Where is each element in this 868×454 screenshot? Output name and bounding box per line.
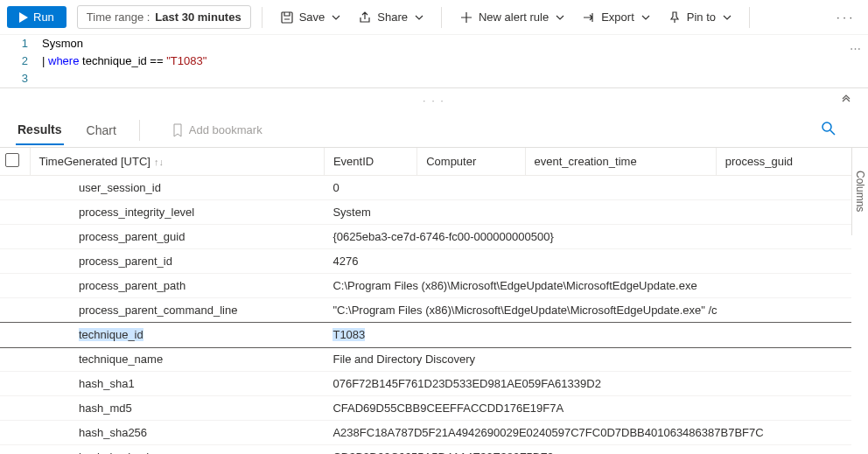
field-name: process_parent_command_line [0,298,324,323]
chevron-down-icon [556,13,564,22]
save-button[interactable]: Save [273,6,348,29]
sort-icon: ↑↓ [154,157,164,167]
share-icon [358,10,372,24]
tab-chart[interactable]: Chart [85,116,118,144]
field-value: 0 [324,176,851,200]
line-number: 2 [0,52,37,70]
svg-rect-0 [282,12,292,23]
export-icon [582,10,596,24]
export-button[interactable]: Export [575,6,657,29]
separator [441,7,442,28]
field-value: System [324,200,851,225]
field-name: hash_sha256 [0,421,324,445]
detail-row[interactable]: process_parent_guid{0625eba3-ce7d-6746-f… [0,225,851,249]
pin-label: Pin to [687,10,716,24]
plus-icon [459,10,473,24]
line-number: 3 [0,70,37,87]
table-header-row: TimeGenerated [UTC]↑↓ EventID Computer e… [0,148,851,176]
field-value: File and Directory Discovery [324,347,851,372]
select-all-checkbox[interactable] [0,148,30,176]
detail-row[interactable]: process_parent_command_line"C:\Program F… [0,298,851,323]
pin-button[interactable]: Pin to [661,6,738,29]
results-table: TimeGenerated [UTC]↑↓ EventID Computer e… [0,148,851,454]
field-value: 4276 [324,249,851,274]
collapse-up-icon[interactable] [840,94,852,108]
detail-row[interactable]: process_integrity_levelSystem [0,200,851,225]
field-name: technique_id [0,323,324,347]
results-table-wrapper: TimeGenerated [UTC]↑↓ EventID Computer e… [0,148,868,454]
more-button[interactable]: · · · [828,6,861,28]
field-name: process_parent_guid [0,225,324,249]
run-label: Run [33,10,54,24]
field-value: {0625eba3-ce7d-6746-fc00-000000000500} [324,225,851,249]
detail-row[interactable]: process_parent_pathC:\Program Files (x86… [0,274,851,298]
bookmark-icon [172,123,184,137]
toolbar: Run Time range : Last 30 minutes Save Sh… [0,0,868,35]
time-range-picker[interactable]: Time range : Last 30 minutes [77,5,251,29]
time-range-value: Last 30 minutes [155,10,241,24]
code-line[interactable] [37,70,42,87]
query-editor[interactable]: 1Sysmon2| where technique_id == "T1083"3… [0,35,868,88]
line-number: 1 [0,35,37,52]
add-bookmark-button[interactable]: Add bookmark [172,123,262,137]
share-label: Share [377,10,408,24]
field-value: T1083 [324,323,851,347]
search-button[interactable] [821,121,836,139]
run-button[interactable]: Run [7,6,66,28]
checkbox-icon [5,153,19,167]
time-range-label: Time range : [87,10,150,24]
play-icon [19,12,28,23]
chevron-down-icon [723,13,732,22]
col-computer[interactable]: Computer [417,148,525,176]
detail-row[interactable]: technique_idT1083 [0,323,851,347]
pane-resize-handle[interactable]: · · · [0,88,868,113]
separator [139,120,140,141]
new-alert-button[interactable]: New alert rule [452,6,571,29]
field-value: CD3B2D99C6655A5D4A14E30E380F5BF9 [324,445,851,455]
code-line[interactable]: | where technique_id == "T1083" [37,52,206,70]
field-name: hash_imphash [0,445,324,455]
field-value: 076F72B145F761D23D533ED981AE059FA61339D2 [324,372,851,396]
field-value: "C:\Program Files (x86)\Microsoft\EdgeUp… [324,298,851,323]
detail-row[interactable]: hash_imphashCD3B2D99C6655A5D4A14E30E380F… [0,445,851,455]
detail-row[interactable]: hash_sha1076F72B145F761D23D533ED981AE059… [0,372,851,396]
field-name: user_session_id [0,176,324,200]
results-scroll[interactable]: TimeGenerated [UTC]↑↓ EventID Computer e… [0,148,851,454]
save-label: Save [299,10,326,24]
results-tabs: Results Chart Add bookmark [0,113,868,148]
field-value: A238FC18A787D5F21A4942690029E0240597C7FC… [324,421,851,445]
detail-row[interactable]: technique_nameFile and Directory Discove… [0,347,851,372]
field-name: process_parent_id [0,249,324,274]
tab-results[interactable]: Results [16,115,64,145]
svg-point-1 [822,122,831,131]
code-line[interactable]: Sysmon [37,35,83,52]
search-icon [821,121,836,136]
col-event-creation-time[interactable]: event_creation_time [525,148,716,176]
col-eventid[interactable]: EventID [324,148,416,176]
share-button[interactable]: Share [351,6,430,29]
save-icon [280,10,294,24]
field-name: technique_name [0,347,324,372]
detail-row[interactable]: process_parent_id4276 [0,249,851,274]
chevron-down-icon [332,13,340,22]
editor-overflow-icon: ⋯ [847,40,863,56]
new-alert-label: New alert rule [479,10,549,24]
detail-row[interactable]: hash_md5CFAD69D55CBB9CEEFFACCDD176E19F7A [0,396,851,421]
col-timegenerated[interactable]: TimeGenerated [UTC]↑↓ [30,148,324,176]
col-process-guid[interactable]: process_guid [716,148,851,176]
pin-icon [668,10,682,24]
field-value: C:\Program Files (x86)\Microsoft\EdgeUpd… [324,274,851,298]
field-name: process_parent_path [0,274,324,298]
export-label: Export [601,10,634,24]
field-name: hash_sha1 [0,372,324,396]
separator [262,7,262,28]
detail-row[interactable]: user_session_id0 [0,176,851,200]
chevron-down-icon [641,13,650,22]
add-bookmark-label: Add bookmark [189,123,262,136]
chevron-down-icon [415,13,424,22]
field-name: process_integrity_level [0,200,324,225]
detail-row[interactable]: hash_sha256A238FC18A787D5F21A4942690029E… [0,421,851,445]
field-name: hash_md5 [0,396,324,421]
columns-panel-toggle[interactable]: Columns [851,148,868,235]
separator [749,7,750,28]
